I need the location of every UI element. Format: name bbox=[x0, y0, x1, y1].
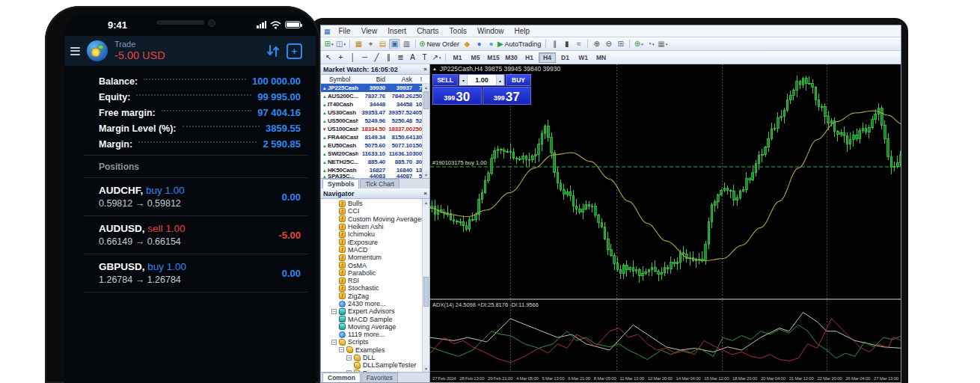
tab-common[interactable]: Common bbox=[322, 373, 361, 382]
tile-windows-button[interactable]: ⊞ bbox=[615, 39, 626, 49]
tf-m15[interactable]: M15 bbox=[485, 52, 502, 63]
tf-mn[interactable]: MN bbox=[592, 52, 610, 63]
nav-item-heiken-ashi[interactable]: fHeiken Ashi bbox=[321, 223, 429, 230]
column-header-symbol[interactable]: Symbol bbox=[321, 76, 358, 83]
sort-deals-icon[interactable] bbox=[266, 44, 281, 58]
nav-item-custom-moving-averages[interactable]: fCustom Moving Averages bbox=[321, 215, 429, 223]
scrollbar-thumb[interactable] bbox=[423, 277, 429, 307]
volume-input[interactable] bbox=[468, 75, 496, 85]
expander-open-icon[interactable]: − bbox=[346, 355, 352, 361]
tab-symbols[interactable]: Symbols bbox=[322, 179, 359, 189]
volume-increase-button[interactable]: ▴ bbox=[496, 75, 504, 85]
nav-item-expert-advisors[interactable]: −Expert Advisors bbox=[321, 307, 429, 315]
strategy-tester-toggle[interactable]: ▥ bbox=[401, 39, 412, 49]
nav-item-macd[interactable]: fMACD bbox=[321, 246, 429, 254]
cursor-tool[interactable]: ↖ bbox=[323, 52, 334, 63]
horizontal-line-tool[interactable]: ─ bbox=[359, 52, 370, 63]
nav-item-rsi[interactable]: fRSI bbox=[321, 277, 429, 284]
terminal-toggle[interactable]: ▣ bbox=[389, 39, 400, 49]
market-row-us30cash[interactable]: ▲US30Cash39353.4739357.52405 bbox=[321, 108, 423, 117]
nav-item-1119-more[interactable]: 1119 more... bbox=[321, 331, 429, 338]
data-window-toggle[interactable]: ⌖ bbox=[365, 39, 376, 49]
navigator-toggle[interactable]: ▤ bbox=[377, 39, 388, 49]
menu-window[interactable]: Window bbox=[472, 27, 509, 35]
text-tool[interactable]: A bbox=[407, 52, 418, 63]
tab-favorites[interactable]: Favorites bbox=[361, 373, 398, 382]
column-header-bid[interactable]: Bid bbox=[358, 76, 385, 83]
scroll-up-icon[interactable]: ▲ bbox=[423, 84, 429, 91]
buy-button[interactable]: BUY bbox=[506, 74, 531, 86]
scrollbar-thumb[interactable] bbox=[423, 91, 429, 109]
vertical-line-tool[interactable]: │ bbox=[347, 52, 358, 63]
bar-chart-button[interactable]: ∥ bbox=[549, 39, 560, 49]
market-watch-toggle[interactable]: ▦ bbox=[353, 39, 364, 49]
menu-tools[interactable]: Tools bbox=[444, 27, 472, 35]
tf-m30[interactable]: M30 bbox=[503, 52, 520, 63]
autotrading-button[interactable]: ▶AutoTrading bbox=[497, 39, 542, 49]
nav-item-bulls[interactable]: fBulls bbox=[321, 200, 429, 207]
nav-item-osma[interactable]: fOsMA bbox=[321, 261, 429, 269]
sell-button[interactable]: SELL bbox=[432, 74, 458, 86]
scroll-up-icon[interactable]: ▲ bbox=[423, 199, 429, 206]
position-row-audusd[interactable]: AUDUSD, sell 1.000.66149 → 0.66154-5.00 bbox=[64, 216, 316, 254]
periods-button[interactable]: ◔▾ bbox=[645, 39, 656, 49]
close-icon[interactable]: × bbox=[423, 66, 427, 73]
nav-item-dllsampletester[interactable]: DLLSampleTester bbox=[321, 361, 429, 369]
templates-button[interactable]: ▦▾ bbox=[657, 39, 668, 49]
buy-price[interactable]: 399 37 bbox=[483, 87, 532, 105]
nav-item-iexposure[interactable]: fiExposure bbox=[321, 238, 429, 245]
market-row-aus200c[interactable]: ▲AUS200C...7837.767840.26250 bbox=[321, 92, 423, 100]
market-row-eu50cash[interactable]: ▲EU50Cash5075.605077.10150 bbox=[321, 141, 423, 150]
market-row-neth25c[interactable]: ▲NETH25C...885.40885.7030 bbox=[321, 158, 423, 166]
volume-decrease-button[interactable]: ▾ bbox=[459, 75, 468, 85]
position-row-audchf[interactable]: AUDCHF, buy 1.000.59812 → 0.598120.00 bbox=[64, 178, 316, 215]
nav-item-moving-average[interactable]: Moving Average bbox=[321, 323, 429, 331]
menu-charts[interactable]: Charts bbox=[411, 27, 444, 35]
nav-item-dll[interactable]: −DLL bbox=[321, 354, 429, 361]
nav-item-momentum[interactable]: fMomentum bbox=[321, 254, 429, 261]
new-order-button[interactable]: ⊕New Order bbox=[419, 39, 461, 49]
channel-tool[interactable]: ∥ bbox=[383, 52, 394, 63]
tf-d1[interactable]: D1 bbox=[557, 52, 574, 63]
zoom-out-button[interactable]: ⊖ bbox=[603, 39, 614, 49]
tf-h1[interactable]: H1 bbox=[521, 52, 538, 63]
sell-price[interactable]: 399 30 bbox=[432, 87, 482, 105]
market-row-fra40cash[interactable]: ▲FRA40Cash8149.348150.64130 bbox=[321, 133, 423, 141]
tf-h4[interactable]: H4 bbox=[539, 52, 556, 63]
profiles-button[interactable]: ◫▾ bbox=[335, 39, 346, 49]
community-button[interactable]: ● bbox=[474, 39, 485, 49]
expander-open-icon[interactable]: − bbox=[339, 347, 344, 352]
price-chart[interactable] bbox=[430, 64, 901, 371]
nav-item-ichimoku[interactable]: fIchimoku bbox=[321, 230, 429, 238]
market-row-jp225cash[interactable]: ▲JP225Cash39930399377 bbox=[321, 84, 423, 92]
column-header-ask[interactable]: Ask bbox=[385, 76, 412, 83]
expander-open-icon[interactable]: − bbox=[331, 340, 337, 345]
menu-file[interactable]: File bbox=[334, 27, 356, 35]
market-row-us500cash[interactable]: ▲US500Cash5249.965250.4852 bbox=[321, 117, 423, 125]
market-row-swi20cash[interactable]: ▲SWI20Cash11633.1011636.10300 bbox=[321, 150, 423, 158]
menu-view[interactable]: View bbox=[356, 27, 383, 35]
metaeditor-button[interactable]: ◆ bbox=[462, 39, 473, 49]
candlestick-button[interactable]: ▮ bbox=[561, 39, 572, 49]
tf-m5[interactable]: M5 bbox=[467, 52, 484, 63]
nav-item-scripts[interactable]: −Scripts bbox=[321, 338, 429, 346]
tab-tick-chart[interactable]: Tick Chart bbox=[360, 179, 399, 189]
hamburger-menu-icon[interactable] bbox=[70, 47, 80, 55]
arrows-tool[interactable]: ↗▾ bbox=[431, 52, 442, 63]
tf-w1[interactable]: W1 bbox=[575, 52, 592, 63]
market-row-it40cash[interactable]: ▲IT40Cash344483445810 bbox=[321, 100, 423, 108]
line-chart-button[interactable]: ≈ bbox=[573, 39, 584, 49]
navigator-scrollbar[interactable]: ▲ ▼ bbox=[422, 199, 429, 372]
tf-m1[interactable]: M1 bbox=[449, 52, 466, 63]
nav-item-macd-sample[interactable]: MACD Sample bbox=[321, 315, 429, 322]
nav-item-zigzag[interactable]: fZigZag bbox=[321, 292, 429, 300]
market-row-us100cash[interactable]: ▼US100Cash18334.5018337.00250 bbox=[321, 125, 423, 133]
fibonacci-tool[interactable]: ≣ bbox=[395, 52, 406, 63]
market-watch-scrollbar[interactable]: ▲ ▼ bbox=[422, 84, 429, 178]
indicators-button[interactable]: ⊕▾ bbox=[633, 39, 644, 49]
expander-closed-icon[interactable]: + bbox=[346, 370, 352, 372]
crosshair-tool[interactable]: + bbox=[335, 52, 346, 63]
nav-item-2430-more[interactable]: 2430 more... bbox=[321, 300, 429, 307]
chart-area[interactable]: 27 Feb 202428 Feb 13:0029 Feb 21:004 Mar… bbox=[430, 64, 901, 382]
column-header-[interactable]: ! bbox=[412, 76, 423, 83]
